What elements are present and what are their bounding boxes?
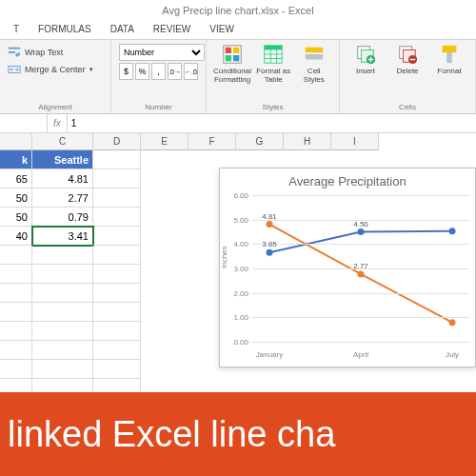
cell[interactable]: 50: [0, 208, 32, 227]
group-cells: Insert Delete Format Cells: [340, 40, 476, 113]
cell-styles-icon: [304, 44, 325, 65]
formula-input[interactable]: [68, 114, 476, 132]
svg-rect-1: [9, 51, 15, 53]
empty-cell[interactable]: [32, 246, 93, 265]
cell[interactable]: 2.77: [32, 188, 93, 208]
col-header-partial[interactable]: [0, 133, 32, 150]
col-header-i[interactable]: I: [331, 133, 379, 150]
insert-icon: [355, 44, 376, 65]
tab-formulas[interactable]: FORMULAS: [30, 21, 99, 39]
tab-review[interactable]: REVIEW: [146, 21, 198, 39]
empty-cell[interactable]: [93, 208, 141, 227]
empty-cell[interactable]: [32, 303, 93, 322]
cell-styles-button[interactable]: Cell Styles: [297, 44, 332, 84]
header-b-partial[interactable]: k: [0, 150, 32, 169]
empty-cell[interactable]: [93, 265, 141, 284]
cell[interactable]: 50: [0, 188, 32, 208]
empty-cell[interactable]: [32, 284, 93, 303]
col-header-f[interactable]: F: [188, 133, 236, 150]
number-format-select[interactable]: Number: [119, 44, 205, 61]
group-label-styles: Styles: [214, 103, 331, 111]
fx-icon[interactable]: fx: [48, 114, 68, 132]
delete-button[interactable]: Delete: [389, 44, 426, 75]
empty-cell[interactable]: [0, 322, 32, 341]
col-header-c[interactable]: C: [32, 133, 93, 150]
name-box[interactable]: [0, 114, 48, 132]
empty-cell[interactable]: [0, 341, 32, 360]
col-header-g[interactable]: G: [236, 133, 284, 150]
increase-decimal-button[interactable]: .0→: [168, 63, 182, 80]
col-header-h[interactable]: H: [284, 133, 331, 150]
empty-cell[interactable]: [32, 265, 93, 284]
active-cell[interactable]: 3.41: [32, 227, 93, 246]
percent-button[interactable]: %: [135, 63, 149, 80]
empty-cell[interactable]: [93, 169, 141, 188]
tab-t[interactable]: T: [6, 21, 27, 39]
cell[interactable]: 4.81: [32, 169, 93, 188]
empty-cell[interactable]: [32, 322, 93, 341]
empty-cell[interactable]: [0, 284, 32, 303]
merge-icon: [8, 63, 21, 76]
group-label-alignment: Alignment: [8, 103, 103, 111]
empty-cell[interactable]: [93, 188, 141, 208]
svg-rect-22: [443, 46, 457, 52]
empty-cell[interactable]: [32, 341, 93, 360]
comma-button[interactable]: ,: [151, 63, 166, 80]
chevron-down-icon: ▾: [89, 66, 93, 73]
svg-point-29: [449, 319, 456, 326]
svg-rect-23: [446, 52, 452, 63]
col-header-d[interactable]: D: [93, 133, 141, 150]
empty-cell[interactable]: [93, 246, 141, 265]
svg-rect-15: [306, 54, 323, 60]
table-header-row: k Seattle: [0, 150, 476, 169]
svg-point-28: [358, 270, 365, 277]
empty-cell[interactable]: [93, 303, 141, 322]
wrap-text-button[interactable]: Wrap Text: [8, 44, 103, 61]
merge-center-button[interactable]: Merge & Center ▾: [8, 61, 103, 78]
conditional-formatting-icon: [222, 44, 243, 65]
svg-rect-0: [9, 48, 20, 50]
empty-cell[interactable]: [0, 303, 32, 322]
empty-cell[interactable]: [0, 360, 32, 379]
svg-rect-9: [265, 46, 282, 50]
empty-cell[interactable]: [93, 322, 141, 341]
svg-rect-14: [306, 48, 323, 53]
empty-cell[interactable]: [0, 265, 32, 284]
tab-data[interactable]: DATA: [103, 21, 142, 39]
insert-button[interactable]: Insert: [347, 44, 384, 75]
svg-point-24: [267, 249, 273, 256]
conditional-formatting-button[interactable]: Conditional Formatting: [214, 44, 250, 84]
empty-cell[interactable]: [93, 360, 141, 379]
empty-cell[interactable]: [93, 341, 141, 360]
format-button[interactable]: Format: [431, 44, 467, 75]
currency-button[interactable]: $: [119, 63, 133, 80]
col-header-e[interactable]: E: [141, 133, 188, 150]
empty-cell[interactable]: [0, 246, 32, 265]
group-styles: Conditional Formatting Format as Table C…: [207, 40, 340, 113]
ribbon-tabs: T FORMULAS DATA REVIEW VIEW: [0, 21, 476, 40]
group-label-cells: Cells: [347, 103, 467, 111]
empty-cell[interactable]: [32, 360, 93, 379]
empty-cell[interactable]: [93, 227, 141, 246]
formula-bar: fx: [0, 114, 476, 133]
chart-plot-area: Inches 0.001.002.003.004.005.006.00Janua…: [252, 195, 469, 342]
svg-point-27: [267, 221, 273, 228]
svg-rect-6: [226, 55, 231, 61]
svg-rect-5: [233, 48, 239, 53]
header-c[interactable]: Seattle: [32, 150, 93, 169]
cell[interactable]: 0.79: [32, 208, 93, 227]
caption-banner: linked Excel line cha: [0, 392, 476, 476]
window-title: Avg Precip line chart.xlsx - Excel: [0, 0, 476, 21]
cell[interactable]: 40: [0, 227, 32, 246]
cell[interactable]: 65: [0, 169, 32, 188]
decrease-decimal-button[interactable]: ←.0: [184, 63, 198, 80]
embedded-chart[interactable]: Average Precipitation Inches 0.001.002.0…: [219, 168, 476, 367]
group-label-number: Number: [119, 103, 198, 111]
empty-cell[interactable]: [93, 284, 141, 303]
format-as-table-button[interactable]: Format as Table: [256, 44, 291, 84]
empty-cell[interactable]: [93, 150, 141, 169]
svg-rect-4: [226, 48, 231, 53]
tab-view[interactable]: VIEW: [202, 21, 242, 39]
ribbon: Wrap Text Merge & Center ▾ Alignment Num…: [0, 40, 476, 114]
table-icon: [263, 44, 284, 65]
